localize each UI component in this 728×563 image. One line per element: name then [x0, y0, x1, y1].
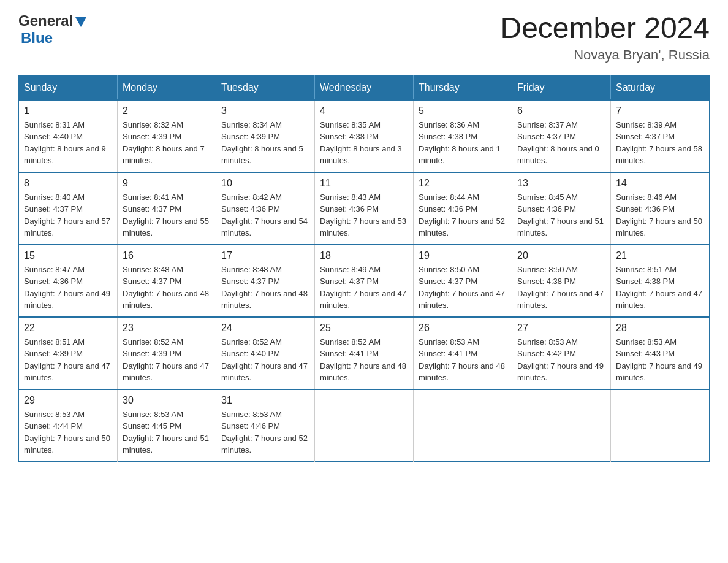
day-info: Sunrise: 8:48 AM Sunset: 4:37 PM Dayligh…	[123, 264, 211, 312]
calendar-day-header: Tuesday	[216, 75, 315, 100]
day-info: Sunrise: 8:36 AM Sunset: 4:38 PM Dayligh…	[419, 119, 507, 167]
day-number: 29	[24, 395, 112, 406]
calendar-day-cell: 12 Sunrise: 8:44 AM Sunset: 4:36 PM Dayl…	[414, 172, 512, 245]
calendar-day-cell	[414, 389, 512, 462]
calendar-table: SundayMondayTuesdayWednesdayThursdayFrid…	[18, 75, 710, 462]
day-info: Sunrise: 8:45 AM Sunset: 4:36 PM Dayligh…	[517, 191, 605, 239]
calendar-day-cell: 17 Sunrise: 8:48 AM Sunset: 4:37 PM Dayl…	[216, 245, 315, 317]
day-number: 24	[221, 323, 309, 334]
day-info: Sunrise: 8:53 AM Sunset: 4:42 PM Dayligh…	[517, 336, 605, 384]
day-number: 31	[221, 395, 309, 406]
calendar-day-cell: 11 Sunrise: 8:43 AM Sunset: 4:36 PM Dayl…	[315, 172, 414, 245]
calendar-day-cell: 29 Sunrise: 8:53 AM Sunset: 4:44 PM Dayl…	[19, 389, 118, 462]
calendar-day-cell: 6 Sunrise: 8:37 AM Sunset: 4:37 PM Dayli…	[512, 100, 611, 172]
calendar-day-cell: 5 Sunrise: 8:36 AM Sunset: 4:38 PM Dayli…	[414, 100, 512, 172]
day-info: Sunrise: 8:50 AM Sunset: 4:38 PM Dayligh…	[517, 264, 605, 312]
day-info: Sunrise: 8:53 AM Sunset: 4:44 PM Dayligh…	[24, 408, 112, 456]
calendar-week-row: 1 Sunrise: 8:31 AM Sunset: 4:40 PM Dayli…	[19, 100, 710, 172]
day-info: Sunrise: 8:43 AM Sunset: 4:36 PM Dayligh…	[320, 191, 408, 239]
day-info: Sunrise: 8:52 AM Sunset: 4:41 PM Dayligh…	[320, 336, 408, 384]
day-info: Sunrise: 8:52 AM Sunset: 4:39 PM Dayligh…	[123, 336, 211, 384]
day-info: Sunrise: 8:52 AM Sunset: 4:40 PM Dayligh…	[221, 336, 309, 384]
logo-blue-text: Blue	[21, 29, 53, 47]
calendar-day-header: Wednesday	[315, 75, 414, 100]
calendar-day-cell: 13 Sunrise: 8:45 AM Sunset: 4:36 PM Dayl…	[512, 172, 611, 245]
day-number: 11	[320, 178, 408, 189]
day-number: 25	[320, 323, 408, 334]
day-info: Sunrise: 8:41 AM Sunset: 4:37 PM Dayligh…	[123, 191, 211, 239]
day-number: 26	[419, 323, 507, 334]
logo-triangle-icon	[74, 15, 88, 28]
day-info: Sunrise: 8:34 AM Sunset: 4:39 PM Dayligh…	[221, 119, 309, 167]
logo: General Blue	[18, 12, 88, 47]
calendar-day-cell: 1 Sunrise: 8:31 AM Sunset: 4:40 PM Dayli…	[19, 100, 118, 172]
day-info: Sunrise: 8:39 AM Sunset: 4:37 PM Dayligh…	[616, 119, 704, 167]
day-number: 20	[517, 250, 605, 261]
day-number: 19	[419, 250, 507, 261]
calendar-day-cell: 28 Sunrise: 8:53 AM Sunset: 4:43 PM Dayl…	[611, 317, 710, 389]
day-number: 16	[123, 250, 211, 261]
calendar-day-cell: 22 Sunrise: 8:51 AM Sunset: 4:39 PM Dayl…	[19, 317, 118, 389]
day-number: 22	[24, 323, 112, 334]
calendar-day-cell: 2 Sunrise: 8:32 AM Sunset: 4:39 PM Dayli…	[118, 100, 216, 172]
calendar-day-header: Thursday	[414, 75, 512, 100]
day-info: Sunrise: 8:53 AM Sunset: 4:41 PM Dayligh…	[419, 336, 507, 384]
calendar-day-cell: 9 Sunrise: 8:41 AM Sunset: 4:37 PM Dayli…	[118, 172, 216, 245]
day-info: Sunrise: 8:37 AM Sunset: 4:37 PM Dayligh…	[517, 119, 605, 167]
day-number: 13	[517, 178, 605, 189]
day-number: 2	[123, 105, 211, 117]
calendar-day-cell: 15 Sunrise: 8:47 AM Sunset: 4:36 PM Dayl…	[19, 245, 118, 317]
calendar-day-cell: 8 Sunrise: 8:40 AM Sunset: 4:37 PM Dayli…	[19, 172, 118, 245]
calendar-day-cell	[512, 389, 611, 462]
calendar-day-cell: 20 Sunrise: 8:50 AM Sunset: 4:38 PM Dayl…	[512, 245, 611, 317]
day-number: 28	[616, 323, 704, 334]
day-info: Sunrise: 8:49 AM Sunset: 4:37 PM Dayligh…	[320, 264, 408, 312]
day-info: Sunrise: 8:51 AM Sunset: 4:38 PM Dayligh…	[616, 264, 704, 312]
calendar-day-header: Friday	[512, 75, 611, 100]
calendar-week-row: 29 Sunrise: 8:53 AM Sunset: 4:44 PM Dayl…	[19, 389, 710, 462]
calendar-week-row: 8 Sunrise: 8:40 AM Sunset: 4:37 PM Dayli…	[19, 172, 710, 245]
day-number: 7	[616, 105, 704, 117]
day-info: Sunrise: 8:31 AM Sunset: 4:40 PM Dayligh…	[24, 119, 112, 167]
day-number: 1	[24, 105, 112, 117]
day-info: Sunrise: 8:51 AM Sunset: 4:39 PM Dayligh…	[24, 336, 112, 384]
day-info: Sunrise: 8:48 AM Sunset: 4:37 PM Dayligh…	[221, 264, 309, 312]
calendar-day-cell: 19 Sunrise: 8:50 AM Sunset: 4:37 PM Dayl…	[414, 245, 512, 317]
day-number: 12	[419, 178, 507, 189]
calendar-day-cell: 21 Sunrise: 8:51 AM Sunset: 4:38 PM Dayl…	[611, 245, 710, 317]
day-info: Sunrise: 8:53 AM Sunset: 4:43 PM Dayligh…	[616, 336, 704, 384]
day-number: 6	[517, 105, 605, 117]
calendar-day-cell: 16 Sunrise: 8:48 AM Sunset: 4:37 PM Dayl…	[118, 245, 216, 317]
day-number: 10	[221, 178, 309, 189]
day-number: 4	[320, 105, 408, 117]
day-info: Sunrise: 8:46 AM Sunset: 4:36 PM Dayligh…	[616, 191, 704, 239]
day-info: Sunrise: 8:42 AM Sunset: 4:36 PM Dayligh…	[221, 191, 309, 239]
logo-general-text: General	[18, 12, 73, 29]
day-number: 3	[221, 105, 309, 117]
calendar-week-row: 15 Sunrise: 8:47 AM Sunset: 4:36 PM Dayl…	[19, 245, 710, 317]
day-number: 23	[123, 323, 211, 334]
calendar-day-cell: 14 Sunrise: 8:46 AM Sunset: 4:36 PM Dayl…	[611, 172, 710, 245]
day-number: 14	[616, 178, 704, 189]
calendar-day-cell: 4 Sunrise: 8:35 AM Sunset: 4:38 PM Dayli…	[315, 100, 414, 172]
calendar-day-cell: 27 Sunrise: 8:53 AM Sunset: 4:42 PM Dayl…	[512, 317, 611, 389]
calendar-day-cell: 23 Sunrise: 8:52 AM Sunset: 4:39 PM Dayl…	[118, 317, 216, 389]
day-info: Sunrise: 8:53 AM Sunset: 4:45 PM Dayligh…	[123, 408, 211, 456]
day-number: 27	[517, 323, 605, 334]
calendar-day-cell	[315, 389, 414, 462]
calendar-day-cell: 3 Sunrise: 8:34 AM Sunset: 4:39 PM Dayli…	[216, 100, 315, 172]
day-info: Sunrise: 8:50 AM Sunset: 4:37 PM Dayligh…	[419, 264, 507, 312]
calendar-day-cell	[611, 389, 710, 462]
day-info: Sunrise: 8:44 AM Sunset: 4:36 PM Dayligh…	[419, 191, 507, 239]
day-info: Sunrise: 8:40 AM Sunset: 4:37 PM Dayligh…	[24, 191, 112, 239]
calendar-day-header: Saturday	[611, 75, 710, 100]
day-info: Sunrise: 8:53 AM Sunset: 4:46 PM Dayligh…	[221, 408, 309, 456]
day-number: 18	[320, 250, 408, 261]
calendar-day-cell: 24 Sunrise: 8:52 AM Sunset: 4:40 PM Dayl…	[216, 317, 315, 389]
svg-marker-0	[75, 17, 86, 27]
page-subtitle: Novaya Bryan', Russia	[500, 47, 710, 63]
day-number: 5	[419, 105, 507, 117]
day-number: 17	[221, 250, 309, 261]
day-number: 30	[123, 395, 211, 406]
day-number: 21	[616, 250, 704, 261]
